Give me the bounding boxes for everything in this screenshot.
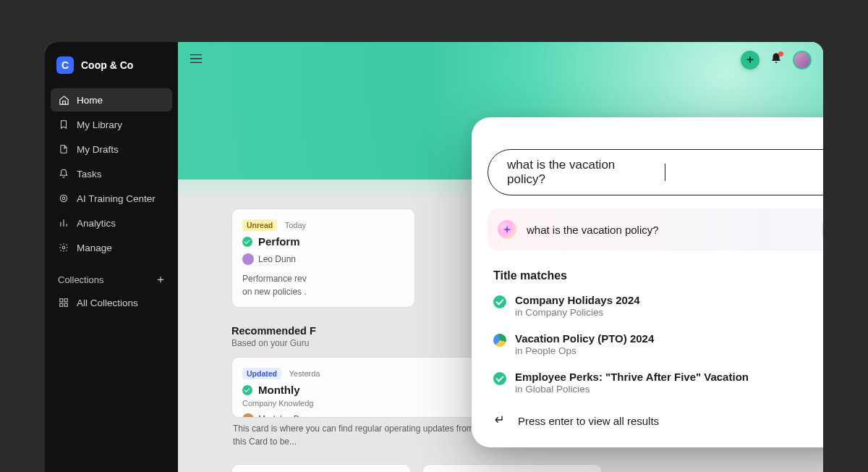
search-modal: what is the vacation policy? what is the… [472,117,823,447]
gear-icon [58,242,69,253]
nav-my-library[interactable]: My Library [51,113,172,136]
updated-badge: Updated [242,368,281,379]
target-icon [58,193,69,204]
sidebar-toggle-button[interactable] [187,49,205,70]
result-collection: in Company Policies [515,307,640,318]
nav-label: My Drafts [77,144,119,155]
svg-point-1 [62,197,65,200]
svg-rect-6 [64,303,67,306]
draft-icon [58,143,69,155]
card-title: Perform [258,235,300,248]
brand-logo-icon: C [56,56,74,74]
unread-badge: Unread [242,219,277,231]
svg-point-2 [62,246,65,249]
card-date: Today [285,221,306,229]
grid-icon [58,297,69,308]
nav-tasks[interactable]: Tasks [51,162,172,185]
feed-card[interactable]: Updated 2 days ago Ongoing Messaging Tes… [231,464,411,472]
bookmark-icon [58,119,69,130]
bell-icon [58,168,69,180]
verified-icon [242,237,252,247]
svg-point-0 [60,195,67,201]
search-result[interactable]: Vacation Policy (PTO) 2024 in People Ops [472,325,823,363]
nav-all-collections[interactable]: All Collections [51,291,172,314]
result-collection: in Global Policies [515,384,749,395]
bars-icon [58,217,69,229]
announcement-card[interactable]: Unread Today Perform Leo Dunn Performanc… [231,208,415,308]
collections-header: Collections ＋ [45,259,178,291]
notification-dot-icon [778,51,783,56]
nav-analytics[interactable]: Analytics [51,211,172,235]
result-title: Employee Perks: "Thrive After Five" Vaca… [515,371,749,383]
nav-manage[interactable]: Manage [51,236,172,259]
nav-label: Analytics [77,218,116,229]
brand-name: Coop & Co [81,59,133,71]
app-window: C Coop & Co Home My Library My Drafts Ta… [45,42,823,472]
svg-rect-5 [60,303,63,306]
notifications-button[interactable] [770,52,783,68]
nav-label: Tasks [77,169,102,180]
result-collection: in People Ops [515,345,654,356]
add-collection-button[interactable]: ＋ [155,274,166,285]
svg-rect-4 [64,299,67,302]
enter-key-icon [493,413,506,429]
nav-home[interactable]: Home [51,88,172,111]
user-avatar[interactable] [793,51,812,69]
collections-label: Collections [58,274,104,285]
title-matches-header: Title matches [493,269,823,282]
verified-icon [493,295,506,308]
nav-label: Manage [77,243,112,253]
nav-ai-training[interactable]: AI Training Center [51,187,172,210]
nav-label: My Library [77,119,122,130]
search-result[interactable]: Employee Perks: "Thrive After Five" Vaca… [472,363,823,402]
ask-button[interactable]: Ask [822,219,823,240]
nav-label: Home [77,95,103,106]
nav-label: All Collections [77,298,138,308]
card-title: Monthly [258,384,300,396]
brand[interactable]: C Coop & Co [45,56,178,88]
result-title: Company Holidays 2024 [515,294,640,306]
author-avatar-icon [242,413,254,418]
search-field[interactable]: what is the vacation policy? [488,149,823,195]
svg-rect-3 [60,299,63,302]
main-area: ＋ Unread Today Perform Leo Dunn Performa… [178,42,823,472]
search-result[interactable]: Company Holidays 2024 in Company Policie… [472,287,823,325]
home-icon [58,94,69,106]
result-title: Vacation Policy (PTO) 2024 [515,332,654,345]
view-all-results[interactable]: Press enter to view all results [472,402,823,433]
author-avatar-icon [242,253,254,265]
suggestion-text: what is the vacation policy? [527,224,812,236]
card-desc: Performance rev on new policies . [242,272,404,298]
enter-hint-text: Press enter to view all results [518,415,659,427]
sidebar: C Coop & Co Home My Library My Drafts Ta… [45,42,178,472]
verified-icon [493,372,506,385]
card-date: Yesterda [289,369,320,378]
ai-spark-icon [498,220,516,239]
collections-nav: All Collections [45,291,178,314]
nav-label: AI Training Center [77,193,156,204]
card-author: Madelyn Bu [258,414,304,418]
feed-card[interactable]: 4 days ago Company All Hands Recordings [422,464,602,472]
gdrive-icon [492,332,508,348]
primary-nav: Home My Library My Drafts Tasks AI Train… [45,88,178,259]
ai-suggestion-bar[interactable]: what is the vacation policy? Ask [488,208,823,250]
card-author: Leo Dunn [258,254,296,264]
top-bar: ＋ [187,49,812,70]
nav-my-drafts[interactable]: My Drafts [51,138,172,161]
text-cursor-icon [665,164,665,181]
verified-icon [242,385,252,395]
create-button[interactable]: ＋ [741,51,760,69]
search-input[interactable]: what is the vacation policy? [507,158,656,187]
